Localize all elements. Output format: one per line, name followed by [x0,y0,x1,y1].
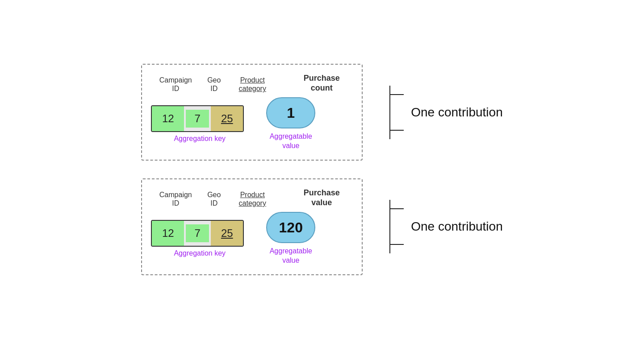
product-category-header-2: Productcategory [232,190,272,207]
contribution-label-area-1: One contribution [389,86,502,139]
aggregation-key-box-2: 12 7 25 [151,220,244,247]
dashed-region-1: CampaignID GeoID Productcategory Purchas… [141,64,363,161]
bracket-1 [389,86,404,139]
campaign-cell-2: 12 [152,220,184,247]
geo-cell-2: 7 [184,220,211,247]
geo-id-header-2: GeoID [198,190,230,207]
aggregation-key-box-1: 12 7 25 [151,105,244,132]
campaign-cell-1: 12 [152,105,184,132]
aggregatable-label-1: Aggregatablevalue [270,132,312,151]
aggregation-key-label-1: Aggregation key [153,135,246,143]
aggregatable-oval-1: 1 [266,97,315,128]
geo-cell-1: 7 [184,105,211,132]
contribution-text-1: One contribution [411,105,502,120]
contribution-label-area-2: One contribution [389,200,502,253]
bracket-2 [389,200,404,253]
dashed-region-2: CampaignID GeoID Productcategory Purchas… [141,178,363,275]
product-cell-2: 25 [211,220,243,247]
geo-id-header-1: GeoID [198,76,230,93]
aggregatable-area-1: 1 Aggregatablevalue [266,97,315,151]
purchase-count-header-1: Purchasecount [295,74,348,93]
purchase-value-header-2: Purchasevalue [295,188,348,207]
product-category-header-1: Productcategory [232,76,272,93]
product-cell-1: 25 [211,105,243,132]
main-container: CampaignID GeoID Productcategory Purchas… [128,50,516,289]
campaign-id-header-2: CampaignID [155,190,196,207]
aggregation-key-label-2: Aggregation key [153,249,246,257]
aggregatable-oval-2: 120 [266,212,315,243]
campaign-id-header-1: CampaignID [155,76,196,93]
aggregatable-area-2: 120 Aggregatablevalue [266,212,315,265]
geo-inner-2: 7 [186,224,209,242]
contribution-text-2: One contribution [411,219,502,234]
contribution-block-2: CampaignID GeoID Productcategory Purchas… [141,178,502,275]
geo-inner-1: 7 [186,110,209,128]
aggregatable-label-2: Aggregatablevalue [270,247,312,265]
contribution-block-1: CampaignID GeoID Productcategory Purchas… [141,64,502,161]
